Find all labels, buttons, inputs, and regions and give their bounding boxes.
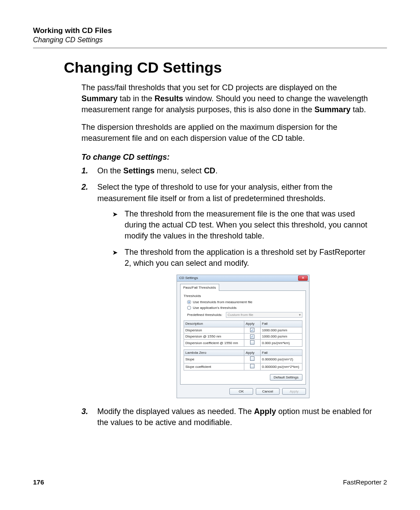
chevron-down-icon: ▾ (299, 312, 301, 317)
sub-bullet-a: The threshold from the measurement file … (112, 209, 374, 242)
apply-checkbox[interactable] (250, 356, 254, 361)
apply-checkbox[interactable] (250, 364, 254, 368)
bold-cd: CD (204, 166, 215, 175)
step-2: 2. Select the type of threshold to use f… (81, 182, 374, 398)
lambda-zero-table: Lambda Zero Apply Fail Slope 0.000000 ps… (184, 349, 302, 371)
text: tab. (350, 105, 366, 114)
radio-label: Use thresholds from measurement file (193, 300, 252, 305)
dispersion-table: Description Apply Fail Dispersion ✓ 1000… (184, 320, 302, 347)
cd-settings-dialog: CD Settings ✕ Pass/Fail Thresholds Thres… (177, 275, 309, 398)
step-number: 1. (81, 165, 88, 176)
product-name: FastReporter 2 (343, 478, 387, 486)
close-icon[interactable]: ✕ (298, 275, 308, 281)
bold-summary: Summary (81, 94, 118, 103)
dialog-title: CD Settings (179, 275, 198, 280)
col-fail: Fail (261, 321, 302, 327)
table-row: Dispersion coefficient @ 1550 nm 0.000 p… (184, 339, 302, 346)
cell-fail[interactable]: 0.000 ps/(nm*km) (261, 339, 302, 346)
apply-checkbox[interactable] (250, 340, 254, 345)
text: Select the type of threshold to use for … (97, 183, 332, 202)
col-description: Description (184, 321, 244, 327)
page-number: 176 (33, 478, 44, 486)
step-1: 1. On the Settings menu, select CD. (81, 165, 374, 176)
tab-pass-fail-thresholds[interactable]: Pass/Fail Thresholds (180, 284, 219, 291)
text: menu, select (155, 166, 204, 175)
predefined-label: Predefined thresholds: (187, 312, 222, 317)
table-row: Dispersion ✓ 1000.000 ps/nm (184, 327, 302, 333)
step-number: 3. (81, 406, 88, 417)
text: The pass/fail thresholds that you set fo… (81, 83, 337, 92)
chapter-title: Working with CD Files (33, 26, 387, 35)
col-apply: Apply (244, 350, 261, 356)
col-fail: Fail (261, 350, 302, 356)
apply-checkbox[interactable]: ✓ (250, 328, 254, 332)
default-settings-button[interactable]: Default Settings (270, 374, 302, 381)
predefined-thresholds-combo[interactable]: Custom from file ▾ (226, 312, 302, 318)
radio-use-measurement-file[interactable] (187, 300, 191, 304)
sub-bullet-b: The threshold from the application is a … (112, 247, 374, 269)
combo-value: Custom from file (228, 312, 253, 317)
cell-desc: Slope (184, 356, 244, 363)
step-3: 3. Modify the displayed values as needed… (81, 406, 374, 428)
header-rule (33, 48, 387, 48)
cell-fail[interactable]: 1000.000 ps/nm (261, 327, 302, 333)
paragraph-1: The pass/fail thresholds that you set fo… (81, 82, 374, 116)
cell-fail[interactable]: 1000.000 ps/nm (261, 333, 302, 339)
radio-label: Use application's thresholds (193, 305, 236, 310)
cell-desc: Dispersion (184, 327, 244, 333)
text: . (215, 166, 217, 175)
section-title: Changing CD Settings (33, 36, 387, 44)
bold-results: Results (155, 94, 183, 103)
cell-fail[interactable]: 0.000000 ps/(nm^2) (261, 356, 302, 363)
bold-settings: Settings (123, 166, 155, 175)
cancel-button[interactable]: Cancel (256, 388, 280, 395)
paragraph-2: The dispersion thresholds are applied on… (81, 122, 374, 144)
procedure-heading: To change CD settings: (81, 152, 374, 163)
text: Modify the displayed values as needed. T… (97, 407, 254, 416)
cell-fail[interactable]: 0.000000 ps/(nm^2*km) (261, 363, 302, 370)
text: tab in the (118, 94, 155, 103)
cell-desc: Dispersion @ 1550 nm (184, 333, 244, 339)
table-row: Dispersion @ 1550 nm ✓ 1000.000 ps/nm (184, 333, 302, 339)
step-number: 2. (81, 182, 88, 193)
thresholds-legend: Thresholds (184, 294, 302, 298)
table-row: Slope coefficient 0.000000 ps/(nm^2*km) (184, 363, 302, 370)
ok-button[interactable]: OK (229, 388, 253, 395)
table-row: Slope 0.000000 ps/(nm^2) (184, 356, 302, 363)
apply-checkbox[interactable]: ✓ (250, 334, 254, 339)
cell-desc: Slope coefficient (184, 363, 244, 370)
apply-button[interactable]: Apply (282, 388, 306, 395)
text: On the (97, 166, 123, 175)
bold-apply: Apply (254, 407, 276, 416)
bold-summary-2: Summary (314, 105, 350, 114)
cell-desc: Dispersion coefficient @ 1550 nm (184, 339, 244, 346)
col-lambda: Lambda Zero (184, 350, 244, 356)
page-title: Changing CD Settings (64, 59, 387, 76)
radio-use-application[interactable] (187, 306, 191, 310)
col-apply: Apply (244, 321, 261, 327)
